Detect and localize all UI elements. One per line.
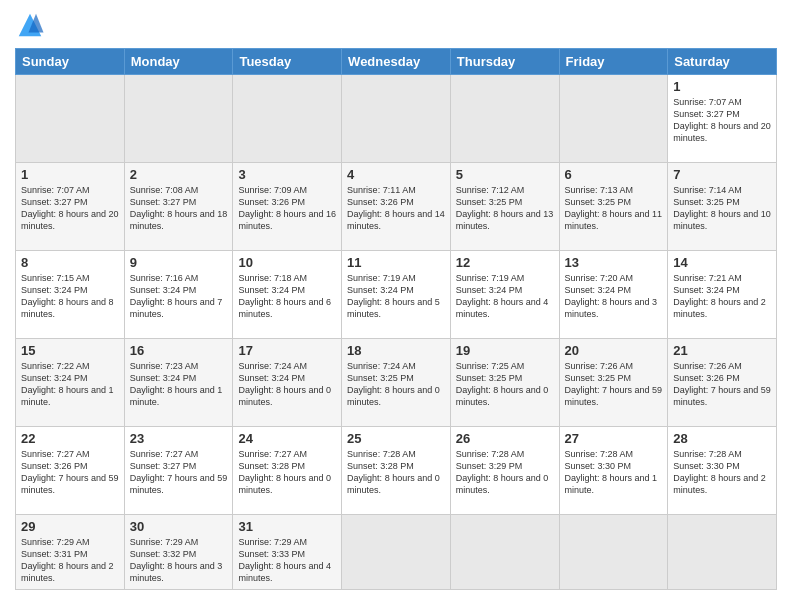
calendar-cell: 13Sunrise: 7:20 AMSunset: 3:24 PMDayligh…	[559, 251, 668, 339]
weekday-header-thursday: Thursday	[450, 49, 559, 75]
calendar-body: 1Sunrise: 7:07 AMSunset: 3:27 PMDaylight…	[16, 75, 777, 590]
calendar-week-3: 15Sunrise: 7:22 AMSunset: 3:24 PMDayligh…	[16, 339, 777, 427]
day-number: 28	[673, 431, 771, 446]
calendar-cell: 16Sunrise: 7:23 AMSunset: 3:24 PMDayligh…	[124, 339, 233, 427]
day-number: 12	[456, 255, 554, 270]
calendar-cell: 19Sunrise: 7:25 AMSunset: 3:25 PMDayligh…	[450, 339, 559, 427]
calendar-cell: 3Sunrise: 7:09 AMSunset: 3:26 PMDaylight…	[233, 163, 342, 251]
weekday-header-monday: Monday	[124, 49, 233, 75]
day-info: Sunrise: 7:09 AMSunset: 3:26 PMDaylight:…	[238, 184, 336, 233]
page: SundayMondayTuesdayWednesdayThursdayFrid…	[0, 0, 792, 612]
calendar-cell: 11Sunrise: 7:19 AMSunset: 3:24 PMDayligh…	[342, 251, 451, 339]
calendar-cell: 12Sunrise: 7:19 AMSunset: 3:24 PMDayligh…	[450, 251, 559, 339]
day-number: 5	[456, 167, 554, 182]
calendar-cell	[559, 515, 668, 590]
day-number: 1	[21, 167, 119, 182]
day-info: Sunrise: 7:29 AMSunset: 3:31 PMDaylight:…	[21, 536, 119, 585]
day-number: 21	[673, 343, 771, 358]
day-number: 6	[565, 167, 663, 182]
calendar-cell: 31Sunrise: 7:29 AMSunset: 3:33 PMDayligh…	[233, 515, 342, 590]
day-number: 17	[238, 343, 336, 358]
day-number: 9	[130, 255, 228, 270]
day-info: Sunrise: 7:28 AMSunset: 3:29 PMDaylight:…	[456, 448, 554, 497]
header	[15, 10, 777, 40]
calendar-cell: 23Sunrise: 7:27 AMSunset: 3:27 PMDayligh…	[124, 427, 233, 515]
day-info: Sunrise: 7:19 AMSunset: 3:24 PMDaylight:…	[456, 272, 554, 321]
weekday-header-saturday: Saturday	[668, 49, 777, 75]
calendar-cell: 5Sunrise: 7:12 AMSunset: 3:25 PMDaylight…	[450, 163, 559, 251]
logo	[15, 10, 49, 40]
day-number: 3	[238, 167, 336, 182]
calendar-cell: 30Sunrise: 7:29 AMSunset: 3:32 PMDayligh…	[124, 515, 233, 590]
day-info: Sunrise: 7:29 AMSunset: 3:33 PMDaylight:…	[238, 536, 336, 585]
calendar-cell: 6Sunrise: 7:13 AMSunset: 3:25 PMDaylight…	[559, 163, 668, 251]
calendar-cell: 1Sunrise: 7:07 AMSunset: 3:27 PMDaylight…	[16, 163, 125, 251]
day-info: Sunrise: 7:11 AMSunset: 3:26 PMDaylight:…	[347, 184, 445, 233]
weekday-header-tuesday: Tuesday	[233, 49, 342, 75]
day-info: Sunrise: 7:14 AMSunset: 3:25 PMDaylight:…	[673, 184, 771, 233]
weekday-header-sunday: Sunday	[16, 49, 125, 75]
calendar-cell: 27Sunrise: 7:28 AMSunset: 3:30 PMDayligh…	[559, 427, 668, 515]
calendar-cell: 18Sunrise: 7:24 AMSunset: 3:25 PMDayligh…	[342, 339, 451, 427]
day-number: 10	[238, 255, 336, 270]
day-info: Sunrise: 7:15 AMSunset: 3:24 PMDaylight:…	[21, 272, 119, 321]
calendar-cell	[559, 75, 668, 163]
day-number: 1	[673, 79, 771, 94]
day-number: 2	[130, 167, 228, 182]
calendar-cell: 25Sunrise: 7:28 AMSunset: 3:28 PMDayligh…	[342, 427, 451, 515]
day-info: Sunrise: 7:26 AMSunset: 3:25 PMDaylight:…	[565, 360, 663, 409]
calendar-cell	[233, 75, 342, 163]
day-info: Sunrise: 7:08 AMSunset: 3:27 PMDaylight:…	[130, 184, 228, 233]
day-info: Sunrise: 7:27 AMSunset: 3:27 PMDaylight:…	[130, 448, 228, 497]
calendar-cell: 22Sunrise: 7:27 AMSunset: 3:26 PMDayligh…	[16, 427, 125, 515]
day-number: 25	[347, 431, 445, 446]
calendar-cell: 9Sunrise: 7:16 AMSunset: 3:24 PMDaylight…	[124, 251, 233, 339]
calendar-cell: 28Sunrise: 7:28 AMSunset: 3:30 PMDayligh…	[668, 427, 777, 515]
calendar-week-1: 1Sunrise: 7:07 AMSunset: 3:27 PMDaylight…	[16, 163, 777, 251]
day-info: Sunrise: 7:07 AMSunset: 3:27 PMDaylight:…	[21, 184, 119, 233]
day-info: Sunrise: 7:28 AMSunset: 3:30 PMDaylight:…	[673, 448, 771, 497]
day-number: 23	[130, 431, 228, 446]
calendar-cell	[342, 75, 451, 163]
day-info: Sunrise: 7:27 AMSunset: 3:28 PMDaylight:…	[238, 448, 336, 497]
day-info: Sunrise: 7:22 AMSunset: 3:24 PMDaylight:…	[21, 360, 119, 409]
day-number: 24	[238, 431, 336, 446]
day-number: 13	[565, 255, 663, 270]
day-info: Sunrise: 7:19 AMSunset: 3:24 PMDaylight:…	[347, 272, 445, 321]
day-number: 22	[21, 431, 119, 446]
day-info: Sunrise: 7:21 AMSunset: 3:24 PMDaylight:…	[673, 272, 771, 321]
day-number: 8	[21, 255, 119, 270]
calendar-cell	[342, 515, 451, 590]
weekday-header-wednesday: Wednesday	[342, 49, 451, 75]
day-info: Sunrise: 7:18 AMSunset: 3:24 PMDaylight:…	[238, 272, 336, 321]
calendar-cell: 24Sunrise: 7:27 AMSunset: 3:28 PMDayligh…	[233, 427, 342, 515]
calendar-cell	[16, 75, 125, 163]
day-info: Sunrise: 7:23 AMSunset: 3:24 PMDaylight:…	[130, 360, 228, 409]
calendar-cell: 4Sunrise: 7:11 AMSunset: 3:26 PMDaylight…	[342, 163, 451, 251]
calendar-cell: 8Sunrise: 7:15 AMSunset: 3:24 PMDaylight…	[16, 251, 125, 339]
day-info: Sunrise: 7:29 AMSunset: 3:32 PMDaylight:…	[130, 536, 228, 585]
day-info: Sunrise: 7:13 AMSunset: 3:25 PMDaylight:…	[565, 184, 663, 233]
day-info: Sunrise: 7:25 AMSunset: 3:25 PMDaylight:…	[456, 360, 554, 409]
calendar-week-4: 22Sunrise: 7:27 AMSunset: 3:26 PMDayligh…	[16, 427, 777, 515]
day-info: Sunrise: 7:12 AMSunset: 3:25 PMDaylight:…	[456, 184, 554, 233]
calendar-cell: 15Sunrise: 7:22 AMSunset: 3:24 PMDayligh…	[16, 339, 125, 427]
day-number: 20	[565, 343, 663, 358]
calendar-week-2: 8Sunrise: 7:15 AMSunset: 3:24 PMDaylight…	[16, 251, 777, 339]
day-info: Sunrise: 7:16 AMSunset: 3:24 PMDaylight:…	[130, 272, 228, 321]
calendar-cell	[124, 75, 233, 163]
day-info: Sunrise: 7:28 AMSunset: 3:30 PMDaylight:…	[565, 448, 663, 497]
day-info: Sunrise: 7:24 AMSunset: 3:25 PMDaylight:…	[347, 360, 445, 409]
calendar-cell: 29Sunrise: 7:29 AMSunset: 3:31 PMDayligh…	[16, 515, 125, 590]
day-number: 14	[673, 255, 771, 270]
day-info: Sunrise: 7:28 AMSunset: 3:28 PMDaylight:…	[347, 448, 445, 497]
day-number: 18	[347, 343, 445, 358]
calendar-week-0: 1Sunrise: 7:07 AMSunset: 3:27 PMDaylight…	[16, 75, 777, 163]
weekday-header-friday: Friday	[559, 49, 668, 75]
calendar-cell: 14Sunrise: 7:21 AMSunset: 3:24 PMDayligh…	[668, 251, 777, 339]
day-number: 31	[238, 519, 336, 534]
calendar-cell	[668, 515, 777, 590]
day-info: Sunrise: 7:24 AMSunset: 3:24 PMDaylight:…	[238, 360, 336, 409]
day-info: Sunrise: 7:26 AMSunset: 3:26 PMDaylight:…	[673, 360, 771, 409]
calendar-cell	[450, 515, 559, 590]
